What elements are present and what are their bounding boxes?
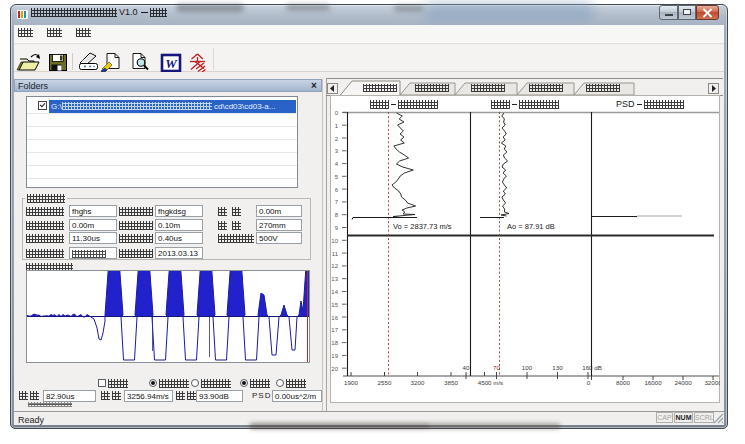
- svg-text:Vo = 2837.73 m/s: Vo = 2837.73 m/s: [393, 222, 452, 231]
- svg-text:16: 16: [331, 315, 338, 321]
- svg-text:3200: 3200: [411, 379, 425, 386]
- svg-text:15: 15: [331, 302, 338, 308]
- svg-text:24000: 24000: [674, 379, 692, 386]
- svg-text:3850: 3850: [444, 379, 458, 386]
- svg-text:130: 130: [552, 364, 563, 371]
- svg-text:4: 4: [335, 161, 339, 167]
- svg-text:6: 6: [335, 187, 339, 193]
- svg-text:18: 18: [331, 340, 338, 346]
- svg-text:19: 19: [331, 353, 338, 359]
- svg-text:W: W: [165, 56, 178, 71]
- svg-text:1900: 1900: [344, 379, 358, 386]
- svg-text:12: 12: [331, 263, 338, 269]
- svg-text:32000: 32000: [704, 379, 720, 386]
- svg-text:0: 0: [587, 379, 591, 386]
- svg-text:70: 70: [493, 364, 500, 371]
- svg-text:40: 40: [463, 364, 470, 371]
- svg-text:8000: 8000: [616, 379, 630, 386]
- svg-text:2550: 2550: [378, 379, 392, 386]
- svg-text:5: 5: [335, 174, 339, 180]
- svg-text:7: 7: [335, 199, 339, 205]
- svg-text:16000: 16000: [644, 379, 662, 386]
- svg-text:11: 11: [332, 251, 339, 257]
- svg-text:1: 1: [335, 123, 339, 129]
- svg-text:20: 20: [331, 366, 338, 372]
- svg-text:160 dB: 160 dB: [582, 364, 602, 371]
- svg-text:Ao = 87.91 dB: Ao = 87.91 dB: [507, 222, 555, 231]
- svg-text:100: 100: [522, 364, 533, 371]
- svg-text:8: 8: [335, 212, 339, 218]
- svg-text:4500 m/s: 4500 m/s: [478, 379, 503, 386]
- svg-text:9: 9: [335, 225, 339, 231]
- svg-text:0: 0: [335, 110, 339, 116]
- svg-text:17: 17: [331, 327, 338, 333]
- svg-text:2: 2: [335, 136, 339, 142]
- svg-text:13: 13: [331, 276, 338, 282]
- svg-text:14: 14: [331, 289, 338, 295]
- svg-text:3: 3: [335, 148, 339, 154]
- svg-text:10: 10: [331, 238, 338, 244]
